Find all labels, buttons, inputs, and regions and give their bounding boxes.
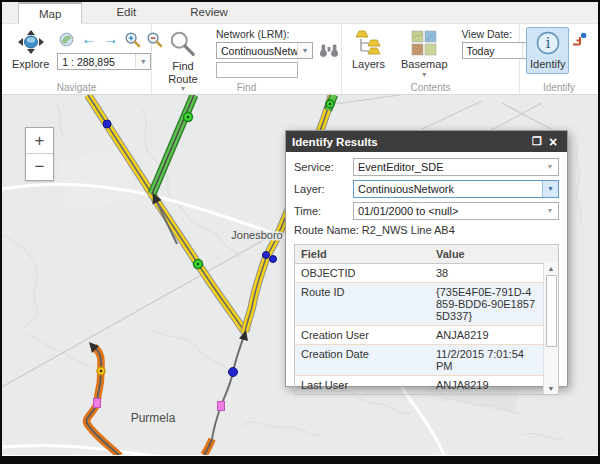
place-label-jonesboro: Jonesboro — [231, 229, 282, 241]
map-scale-dropdown-button[interactable]: ▾ — [135, 54, 150, 69]
find-route-value-input[interactable] — [216, 62, 298, 78]
network-dropdown-button[interactable]: ▾ — [297, 43, 312, 58]
table-row: Last User ANJA8219 — [295, 376, 543, 394]
ribbon: Explore ← → — [2, 24, 598, 95]
tab-map[interactable]: Map — [18, 2, 82, 24]
arrow-right-icon: → — [103, 32, 118, 46]
contents-group-label: Contents — [342, 82, 519, 93]
service-label: Service: — [294, 161, 353, 173]
layer-combobox[interactable]: ContinuousNetwork ▾ — [353, 180, 559, 198]
map-zoom-control: + − — [25, 127, 54, 181]
value-cell: {735E4F0E-791D-4859-BDD6-90E18575D337} — [430, 283, 543, 325]
field-column-header: Field — [295, 245, 430, 263]
value-cell: ANJA8219 — [430, 376, 543, 394]
next-extent-button[interactable]: → — [101, 30, 120, 48]
svg-text:i: i — [545, 35, 550, 51]
popup-titlebar[interactable]: Identify Results ❐ × — [286, 131, 567, 152]
table-row: Creation Date 11/2/2015 7:01:54 PM — [295, 345, 543, 376]
time-label: Time: — [294, 205, 353, 217]
identify-icon: i — [535, 30, 561, 56]
basemap-button[interactable]: Basemap ▾ — [397, 27, 451, 82]
chevron-down-icon: ▾ — [548, 185, 552, 193]
route-orange-west[interactable] — [86, 342, 120, 455]
explore-icon — [17, 30, 45, 56]
close-icon[interactable]: × — [545, 135, 561, 149]
route-name-text: Route Name: R2_NWS Line AB4 — [294, 224, 559, 240]
scroll-up-icon[interactable]: ▲ — [548, 262, 555, 274]
time-combobox[interactable]: 01/01/2000 to <null> ▾ — [353, 202, 559, 220]
identify-button[interactable]: i Identify — [526, 27, 569, 74]
identify-route-tool-button[interactable] — [569, 31, 588, 49]
scrollbar-thumb[interactable] — [546, 275, 557, 347]
zoom-in-magnifier-icon — [124, 31, 141, 48]
route-gray-south[interactable] — [204, 330, 248, 455]
field-cell: Route ID — [295, 283, 430, 325]
identify-group-label: Identify — [520, 82, 598, 93]
map-zoom-in-button[interactable]: + — [26, 128, 53, 154]
identify-group: i Identify Identify — [520, 24, 598, 94]
map-scale-value: 1 : 288,895 — [58, 56, 135, 68]
layer-dropdown-button[interactable]: ▾ — [542, 181, 558, 197]
route-green-selected[interactable] — [152, 95, 194, 194]
blue-point-marker[interactable] — [263, 252, 270, 259]
attributes-table: Field Value OBJECTID 38 Route ID {735E4F… — [294, 244, 559, 395]
network-combobox[interactable]: ContinuousNetwork ▾ — [216, 42, 313, 59]
binoculars-icon[interactable] — [319, 43, 339, 58]
time-dropdown-button[interactable]: ▾ — [542, 203, 558, 219]
table-row: OBJECTID 38 — [295, 264, 543, 283]
place-label-purmela: Purmela — [131, 411, 176, 425]
arrow-left-icon: ← — [81, 32, 96, 46]
value-cell: ANJA8219 — [430, 326, 543, 344]
ribbon-tabbar: Map Edit Review — [2, 2, 598, 24]
tab-edit[interactable]: Edit — [96, 2, 156, 23]
find-route-magnifier-icon — [169, 30, 197, 58]
tab-review[interactable]: Review — [170, 2, 248, 23]
network-value: ContinuousNetwork — [217, 45, 297, 57]
service-combobox[interactable]: EventEditor_SDE ▾ — [353, 158, 559, 176]
contents-group: Layers Basemap ▾ View Date: Today ▾ — [342, 24, 520, 94]
field-cell: Creation Date — [295, 345, 430, 375]
full-extent-button[interactable] — [57, 30, 76, 48]
pink-square-marker[interactable] — [94, 399, 101, 408]
route-yellow-main[interactable] — [88, 95, 245, 332]
map-view[interactable]: Jonesboro Purmela + − Identify Results ❐… — [2, 95, 598, 455]
popup-title: Identify Results — [292, 136, 529, 148]
chevron-down-icon: ▾ — [548, 163, 552, 171]
layers-button[interactable]: Layers — [348, 27, 389, 74]
scroll-down-icon[interactable]: ▼ — [548, 382, 555, 394]
service-value: EventEditor_SDE — [354, 161, 542, 173]
map-scale-combobox[interactable]: 1 : 288,895 ▾ — [57, 53, 151, 70]
explore-label: Explore — [12, 58, 49, 71]
layers-icon — [355, 30, 382, 56]
globe-icon — [59, 32, 74, 47]
network-lrm-label: Network (LRM): — [216, 28, 339, 40]
pink-square-marker[interactable] — [218, 402, 225, 411]
explore-button[interactable]: Explore — [8, 27, 53, 74]
identify-results-popup: Identify Results ❐ × Service: EventEdito… — [285, 130, 568, 387]
find-group-label: Find — [152, 82, 341, 93]
identify-label: Identify — [530, 58, 565, 71]
zoom-in-tool-button[interactable] — [123, 30, 142, 48]
table-header-row: Field Value — [295, 245, 558, 264]
value-cell: 11/2/2015 7:01:54 PM — [430, 345, 543, 375]
previous-extent-button[interactable]: ← — [79, 30, 98, 48]
navigate-group: Explore ← → — [2, 24, 152, 94]
identify-route-icon — [571, 32, 587, 48]
maximize-icon[interactable]: ❐ — [529, 136, 545, 147]
basemap-label: Basemap — [401, 58, 447, 71]
chevron-down-icon: ▾ — [141, 58, 145, 66]
map-zoom-out-button[interactable]: − — [26, 154, 53, 180]
table-row: Route ID {735E4F0E-791D-4859-BDD6-90E185… — [295, 283, 543, 326]
time-value: 01/01/2000 to <null> — [354, 205, 542, 217]
field-cell: Last User — [295, 376, 430, 394]
service-dropdown-button[interactable]: ▾ — [542, 159, 558, 175]
layers-label: Layers — [352, 58, 385, 71]
navigate-group-label: Navigate — [2, 82, 151, 93]
value-column-header: Value — [430, 245, 543, 263]
value-cell: 38 — [430, 264, 543, 282]
blue-point-marker[interactable] — [229, 368, 238, 377]
table-scrollbar[interactable]: ▲ ▼ — [543, 262, 558, 394]
blue-point-marker[interactable] — [103, 120, 111, 128]
find-group: Find Route ▾ Network (LRM): ContinuousNe… — [152, 24, 342, 94]
blue-point-marker[interactable] — [270, 256, 277, 263]
